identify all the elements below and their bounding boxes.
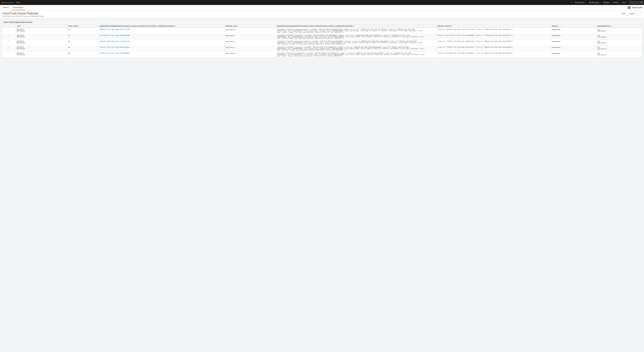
cell-payload-action: lscc trace_fruits_cc [596,40,642,46]
cell-block-number: 39 [67,46,98,52]
cell-payload-action: lscc trace_fruits_cc [596,46,642,52]
table-body: 12021-06-27 08:37:49.452420e00cabb-e2cb-… [2,28,642,58]
sort-icon-chaincode-resp: ⇅ [452,26,452,27]
table-row: 52021-06-27 08:37:29.149382c19d1f8-37a7-… [2,52,642,58]
cell-value: {"metaInfo":{"docType":"packing-repackin… [276,28,436,34]
page-subtitle: Trace Fruits Events Request Response on … [2,15,44,17]
col-chaincode-resp-label: chaincode_response [437,25,451,27]
cell-payload-action: lscc trace_fruits_cc [596,52,642,58]
cell-chaincode-name: trace_fruits_cc [224,52,276,58]
col-value-label: payload.data.actions[].payload.action.pr… [277,25,353,27]
col-key-label: payload.data.actions[].payload.action.pr… [100,25,174,27]
edit-button[interactable]: Edit [620,12,627,16]
messages-chevron-icon: ▾ [600,2,600,3]
col-header-channel[interactable]: channel ⇅ [550,24,596,28]
col-chaincode-label: chaincode_name [226,25,237,27]
apps-menu[interactable]: Apps ▾ [14,0,22,5]
export-button[interactable]: Export ▾ [628,12,637,16]
row-number: 1 [2,28,16,34]
search-icon: 🔍 [641,2,642,4]
cell-time: 2021-06-27 08:37:39.305 [16,40,67,46]
settings-chevron-icon: ▾ [610,2,610,3]
second-nav-right: TF Trace Fruits [628,6,642,9]
cell-channel: fruitsreceiver [550,46,596,52]
col-header-payload-action[interactable]: payload.data.actio... ⇅ [596,24,642,28]
cell-chaincode-response: {"event-id":"5420a9c9-f5b4-41d9-ad33-dad… [436,40,551,46]
table-row: 42021-06-27 08:37:34.2283937992b77-545f-… [2,46,642,52]
col-channel-label: channel [552,25,557,27]
col-header-time[interactable]: _time ↕ [16,24,67,28]
cell-time: 2021-06-27 08:37:49.452 [16,28,67,34]
activity-menu[interactable]: Activity ▾ [612,0,621,5]
col-block-label: block_number [68,25,78,27]
col-header-rownum[interactable] [2,24,16,28]
sort-icon-channel: ⇅ [557,26,558,27]
cell-key: bdc72a94-5fcf-45c1-acea-86f3b29b8068 [98,34,224,40]
col-header-block[interactable]: block_number ⇅ [67,24,98,28]
cell-chaincode-name: trace_fruits_cc [224,40,276,46]
cell-channel: fruitsprovider [550,28,596,34]
sort-icon-key: ⇅ [175,26,176,27]
col-header-chaincode-response[interactable]: chaincode_response ⇅ [436,24,551,28]
table-row: 32021-06-27 08:37:39.305405420a9c9-f5b4-… [2,40,642,46]
sort-icon-time: ↕ [21,26,21,27]
messages-menu[interactable]: 3 Messages ▾ [588,0,602,5]
admin-warning: ⚠ Administrator ▾ [570,0,588,5]
cell-value: {"metaInfo":{"docType":"harvesting","cre… [276,34,436,40]
cell-time: 2021-06-27 08:37:34.228 [16,46,67,52]
cell-channel: fruitsreceiver [550,52,596,58]
administrator-menu[interactable]: Administrator ▾ [573,0,587,5]
cell-payload-action: lscc trace_fruits_cc [596,34,642,40]
table-header-row: _time ↕ block_number ⇅ payload.data.acti… [2,24,642,28]
cell-key: 37992b77-545f-471b-8de8-0dde7d13e5f6 [98,46,224,52]
warning-icon: ⚠ [571,2,572,4]
cell-chaincode-name: trace_fruits_cc [224,46,276,52]
cell-value: {"metaInfo":{"docType":"selling-consumpt… [276,40,436,46]
sort-icon-payload-action: ⇅ [611,26,612,27]
cell-payload-action: lscc trace_fruits_cc [596,28,642,34]
apps-label: Apps [16,2,20,4]
activity-chevron-icon: ▾ [619,2,619,3]
cell-value: {"metaInfo":{"docType":"receiving","crea… [276,46,436,52]
payload-data-table: _time ↕ block_number ⇅ payload.data.acti… [2,24,642,58]
page-title: Trace Fruits Events Payloads [2,12,44,15]
col-header-chaincode[interactable]: chaincode_name ⇅ [224,24,276,28]
messages-count-badge: 3 [589,2,591,4]
cell-chaincode-name: trace_fruits_cc [224,28,276,34]
cell-block-number: 41 [67,34,98,40]
export-chevron-icon: ▾ [635,13,635,14]
sort-icon-block: ⇅ [78,26,79,27]
trace-fruits-indicator: TF Trace Fruits [628,6,642,9]
row-number: 5 [2,52,16,58]
col-header-value[interactable]: payload.data.actions[].payload.action.pr… [276,24,436,28]
splunk-brand: splunk>enterprise [2,2,14,4]
help-chevron-icon: ▾ [626,2,626,3]
cell-channel: fruitsprovider [550,34,596,40]
col-payload-action-label: payload.data.actio... [598,25,611,27]
row-number: 2 [2,34,16,40]
col-time-label: _time [17,25,20,27]
activity-label: Activity [613,2,618,4]
second-navigation: Search Dashboards ▾ TF Trace Fruits [0,5,644,10]
help-menu[interactable]: Help ▾ [621,0,628,5]
top-navigation: splunk>enterprise Apps ▾ ⚠ Administrator… [0,0,644,5]
cell-key: 0e00cabb-e2cb-4b3a-a425-d67127f71159 [98,28,224,34]
cell-chaincode-response: {"event-id":"bdc72a94-5fcf-45c1-acea-86f… [436,34,551,40]
sort-icon-chaincode: ⇅ [237,26,238,27]
cell-chaincode-name: trace_fruits_cc [224,34,276,40]
cell-value: {"metaInfo":{"docType":"transporting","c… [276,52,436,58]
more-options-button[interactable]: ... [638,12,642,16]
page-header: Trace Fruits Events Payloads Trace Fruit… [0,10,644,18]
cell-block-number: 40 [67,40,98,46]
search-nav-label: Search [3,6,9,8]
admin-chevron-icon: ▾ [585,2,585,3]
settings-menu[interactable]: Settings ▾ [602,0,612,5]
row-number: 4 [2,46,16,52]
apps-chevron-icon: ▾ [20,2,21,3]
col-header-key[interactable]: payload.data.actions[].payload.action.pr… [98,24,224,28]
dashboards-nav-item[interactable]: Dashboards ▾ [12,5,25,10]
dashboards-nav-label: Dashboards [13,6,23,8]
cell-channel: fruitsreceiver [550,40,596,46]
messages-label: Messages [592,2,599,4]
search-nav-item[interactable]: Search [2,5,10,10]
